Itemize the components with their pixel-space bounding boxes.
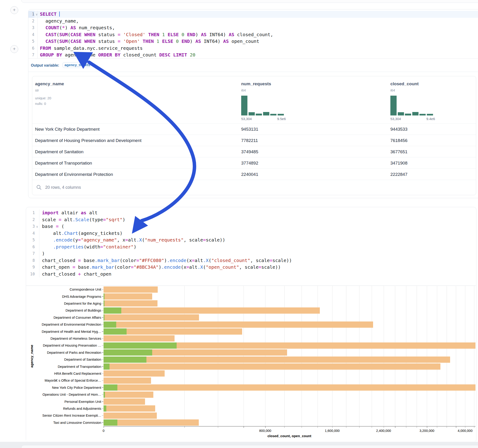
gutter-divider (39, 230, 39, 237)
bar-closed-count[interactable] (104, 378, 151, 384)
y-axis-tick (102, 395, 103, 395)
bar-closed-count[interactable] (104, 384, 475, 391)
bar-closed-count[interactable] (104, 286, 158, 293)
sql-code-editor[interactable]: 1∨SELECT 2 agency_name,3 COUNT(*) AS num… (28, 11, 478, 59)
histogram-closed-count[interactable] (390, 96, 434, 115)
table-row[interactable]: Department of Transportation377489234719… (32, 157, 476, 169)
bar-closed-count[interactable] (104, 322, 373, 328)
chart-gridline (359, 286, 359, 426)
x-axis-tick-label: 0 (88, 429, 119, 433)
y-axis-label: Department of Consumer Affairs (27, 316, 101, 319)
fold-chevron-icon[interactable]: ∨ (36, 223, 38, 230)
code-line[interactable]: 1∨SELECT (28, 11, 478, 18)
bar-closed-count[interactable] (104, 405, 155, 412)
bar-closed-count[interactable] (104, 300, 157, 306)
code-line[interactable]: 2 agency_name, (28, 18, 478, 25)
bar-closed-count[interactable] (104, 419, 199, 426)
y-axis-title: agency_name (30, 324, 34, 389)
x-axis-tick (417, 426, 417, 428)
line-number: 4 (28, 31, 34, 38)
x-axis-tick (474, 426, 475, 428)
bar-closed-count[interactable] (104, 293, 152, 300)
bar-open-count[interactable] (104, 307, 121, 314)
python-code-editor[interactable]: 1import altair as alt2scale = alt.Scale(… (26, 210, 476, 277)
gutter-divider (39, 250, 39, 257)
code-line[interactable]: 8chart_closed = base.mark_bar(color="#FF… (26, 257, 476, 264)
histogram-num-requests[interactable] (241, 96, 285, 115)
chart-gridline (218, 286, 218, 426)
y-axis-tick (102, 339, 103, 339)
code-line[interactable]: 4 CAST(SUM(CASE WHEN status = 'Closed' T… (28, 31, 478, 38)
output-variable-pill[interactable]: agency_tickets (63, 62, 90, 68)
bar-closed-count[interactable] (104, 363, 440, 370)
code-line[interactable]: 6 .properties(width="container") (26, 244, 476, 250)
bar-open-count[interactable] (104, 349, 152, 356)
line-number: 6 (28, 45, 34, 52)
bar-open-count[interactable] (104, 392, 105, 398)
gutter-divider (39, 216, 39, 223)
code-text: COUNT(*) AS num_requests, (40, 25, 115, 31)
x-axis-tick (427, 426, 427, 428)
code-line[interactable]: 7GROUP BY agency_name ORDER BY closed_co… (28, 52, 478, 59)
code-line[interactable]: 5 CAST(SUM(CASE WHEN status = 'Open' THE… (28, 38, 478, 45)
code-line[interactable]: 1import altair as alt (26, 210, 476, 216)
code-line[interactable]: 10chart_closed + chart_open (26, 271, 476, 278)
bar-closed-count[interactable] (104, 307, 320, 314)
gutter-divider (37, 18, 38, 25)
bar-open-count[interactable] (104, 363, 110, 370)
bar-chart: Correspondence UnitDHS Advantage Program… (26, 286, 476, 442)
x-axis-tick (244, 426, 244, 428)
chart-gridline (406, 286, 406, 426)
code-line[interactable]: 9chart_open = base.mark_bar(color="#8BC3… (26, 264, 476, 271)
bar-closed-count[interactable] (104, 392, 153, 398)
add-cell-button[interactable]: + (10, 6, 18, 14)
code-text: GROUP BY agency_name ORDER BY closed_cou… (40, 52, 195, 59)
bar-closed-count[interactable] (104, 370, 165, 377)
bar-closed-count[interactable] (104, 314, 199, 321)
bar-open-count[interactable] (104, 356, 146, 363)
bar-open-count[interactable] (104, 419, 117, 426)
next-cell-edge (21, 445, 478, 448)
histogram-bar (263, 112, 269, 115)
x-axis-tick (284, 426, 285, 428)
search-icon[interactable] (37, 185, 42, 190)
x-axis-tick (184, 426, 185, 428)
y-axis-label: Taxi and Limousine Commission (27, 421, 101, 424)
add-cell-button[interactable]: + (10, 45, 18, 53)
bar-closed-count[interactable] (104, 335, 175, 342)
bar-open-count[interactable] (104, 384, 117, 391)
bar-closed-count[interactable] (104, 412, 157, 419)
code-line[interactable]: 3 COUNT(*) AS num_requests, (28, 25, 478, 31)
bar-open-count[interactable] (104, 322, 116, 328)
code-line[interactable]: 2scale = alt.Scale(type="sqrt") (26, 216, 476, 223)
column-header-agency-name[interactable]: agency_name (35, 81, 64, 87)
table-row[interactable]: Department of Sanitation37494853677651 (32, 146, 476, 157)
x-axis-tick-label: 4,000,000 (450, 429, 476, 433)
gutter-divider (39, 223, 39, 230)
chart-gridline (465, 286, 465, 426)
bar-open-count[interactable] (104, 328, 126, 335)
bar-closed-count[interactable] (104, 398, 145, 405)
column-header-closed-count[interactable]: closed_count (390, 81, 419, 87)
code-line[interactable]: 4 alt.Chart(agency_tickets) (26, 230, 476, 237)
column-header-num-requests[interactable]: num_requests (241, 81, 271, 87)
code-line[interactable]: 6FROM sample_data.nyc.service_requests (28, 45, 478, 52)
bar-open-count[interactable] (104, 300, 104, 306)
bar-closed-count[interactable] (104, 356, 450, 363)
table-row[interactable]: Department of Environmental Protection22… (32, 168, 476, 180)
bar-open-count[interactable] (104, 293, 104, 300)
x-axis-tick (359, 426, 360, 428)
line-number: 1 (26, 210, 35, 216)
code-line[interactable]: 3∨base = ( (26, 223, 476, 230)
x-axis-tick (302, 426, 302, 428)
bar-open-count[interactable] (104, 342, 177, 349)
bar-open-count[interactable] (104, 405, 106, 412)
x-axis-tick-label: 3,200,000 (412, 429, 442, 433)
histogram-bar (256, 114, 262, 115)
table-row[interactable]: New York City Police Department945313194… (32, 123, 476, 135)
table-row[interactable]: Department of Housing Preservation and D… (32, 135, 476, 146)
code-line[interactable]: 7) (26, 250, 476, 257)
y-axis-label: New York City Police Department (27, 386, 101, 389)
bar-open-count[interactable] (104, 314, 104, 321)
code-line[interactable]: 5 .encode(y="agency_name", x=alt.X("num_… (26, 237, 476, 244)
